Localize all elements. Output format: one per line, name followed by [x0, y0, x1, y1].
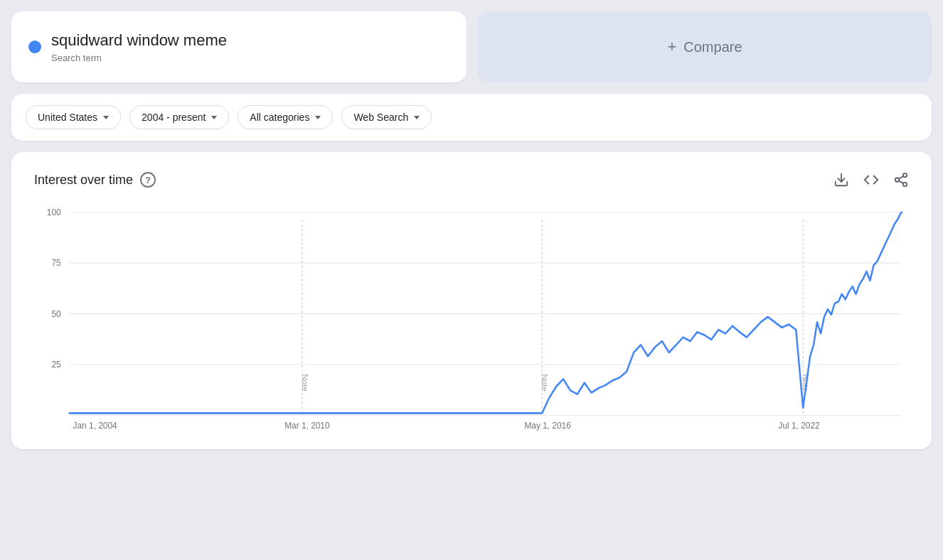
- search-type-filter-label: Web Search: [353, 112, 408, 123]
- search-term-dot: [28, 41, 41, 53]
- category-filter-label: All categories: [250, 112, 309, 123]
- svg-line-4: [899, 181, 903, 183]
- chevron-down-icon: [414, 116, 420, 119]
- share-button[interactable]: [893, 172, 909, 188]
- chart-area: 100 75 50 25 Note Note Note Jan 1, 2004 …: [34, 205, 909, 432]
- svg-text:100: 100: [47, 208, 61, 217]
- help-icon[interactable]: ?: [140, 172, 156, 188]
- chart-title-group: Interest over time ?: [34, 172, 156, 188]
- search-term-text: squidward window meme Search term: [51, 31, 227, 63]
- search-term-title: squidward window meme: [51, 31, 227, 51]
- svg-text:Note: Note: [540, 374, 549, 392]
- search-type-filter[interactable]: Web Search: [341, 105, 432, 129]
- time-filter-label: 2004 - present: [142, 112, 206, 123]
- category-filter[interactable]: All categories: [238, 105, 333, 129]
- svg-text:Mar 1, 2010: Mar 1, 2010: [284, 420, 330, 430]
- region-filter-label: United States: [38, 112, 97, 123]
- svg-text:Jan 1, 2004: Jan 1, 2004: [73, 420, 117, 430]
- svg-text:Jul 1, 2022: Jul 1, 2022: [778, 420, 819, 430]
- svg-line-5: [899, 176, 903, 179]
- time-filter[interactable]: 2004 - present: [129, 105, 229, 129]
- svg-text:50: 50: [51, 308, 60, 318]
- compare-plus-icon: +: [667, 38, 676, 56]
- search-term-label: Search term: [51, 53, 227, 63]
- chart-svg: 100 75 50 25 Note Note Note Jan 1, 2004 …: [34, 205, 909, 432]
- chart-title: Interest over time: [34, 173, 133, 188]
- svg-text:May 1, 2016: May 1, 2016: [524, 420, 571, 430]
- chart-card: Interest over time ?: [11, 152, 932, 449]
- download-button[interactable]: [833, 172, 849, 188]
- embed-button[interactable]: [863, 172, 879, 188]
- chart-actions: [833, 172, 909, 188]
- compare-label: Compare: [683, 39, 742, 55]
- chevron-down-icon: [103, 116, 109, 119]
- compare-card[interactable]: + Compare: [478, 11, 932, 82]
- chart-header: Interest over time ?: [34, 172, 909, 188]
- svg-text:75: 75: [51, 258, 60, 268]
- chevron-down-icon: [211, 116, 217, 119]
- svg-text:Note: Note: [301, 374, 309, 392]
- chevron-down-icon: [315, 116, 321, 119]
- search-term-card: squidward window meme Search term: [11, 11, 467, 82]
- svg-text:25: 25: [51, 360, 60, 370]
- filters-row: United States 2004 - present All categor…: [11, 94, 932, 141]
- region-filter[interactable]: United States: [26, 105, 121, 129]
